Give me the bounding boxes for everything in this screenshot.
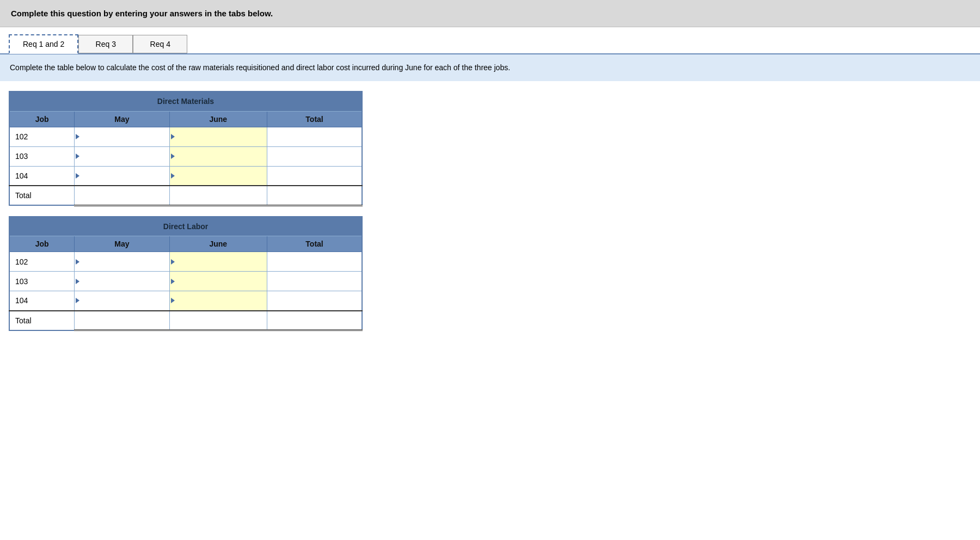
dm-may-103-cell[interactable] xyxy=(75,146,169,166)
table-row: 104 xyxy=(9,291,362,311)
dl-june-102-cell[interactable] xyxy=(169,252,267,272)
dm-may-102-input[interactable] xyxy=(75,127,169,146)
header-bar: Complete this question by entering your … xyxy=(0,0,980,27)
dl-col-june: June xyxy=(169,236,267,252)
dm-june-103-cell[interactable] xyxy=(169,146,267,166)
dl-may-total-input[interactable] xyxy=(75,311,169,330)
dm-total-103-cell[interactable] xyxy=(267,146,362,166)
dl-total-104-cell[interactable] xyxy=(267,291,362,311)
direct-labor-header: Direct Labor xyxy=(9,217,362,236)
direct-labor-table: Direct Labor Job May June Total 102 xyxy=(9,216,363,332)
dl-may-102-input[interactable] xyxy=(75,252,169,271)
tables-container: Direct Materials Job May June Total 102 xyxy=(0,81,980,351)
dm-total-104-input[interactable] xyxy=(267,167,362,186)
table-row: 103 xyxy=(9,146,362,166)
dl-total-103-cell[interactable] xyxy=(267,272,362,291)
dl-june-104-input[interactable] xyxy=(170,291,267,310)
dm-may-total-input[interactable] xyxy=(75,186,169,205)
dm-total-102-input[interactable] xyxy=(267,127,362,146)
dm-may-102-cell[interactable] xyxy=(75,127,169,146)
table-row: 102 xyxy=(9,252,362,272)
dl-june-102-input[interactable] xyxy=(170,252,267,271)
tab-req4[interactable]: Req 4 xyxy=(133,35,187,53)
dl-total-102-cell[interactable] xyxy=(267,252,362,272)
dm-total-103-input[interactable] xyxy=(267,147,362,166)
dl-june-103-cell[interactable] xyxy=(169,272,267,291)
dl-job-total: Total xyxy=(9,311,75,330)
dm-col-may: May xyxy=(75,111,169,127)
dl-total-total-cell[interactable] xyxy=(267,311,362,330)
instruction-text: Complete this question by entering your … xyxy=(11,9,273,18)
dl-col-may: May xyxy=(75,236,169,252)
dl-total-total-input[interactable] xyxy=(267,311,362,330)
dm-job-103: 103 xyxy=(9,146,75,166)
dl-june-103-input[interactable] xyxy=(170,272,267,291)
dl-june-total-cell[interactable] xyxy=(169,311,267,330)
dl-col-total: Total xyxy=(267,236,362,252)
table-row-total: Total xyxy=(9,311,362,330)
tab-req3[interactable]: Req 3 xyxy=(78,35,133,53)
table-row-total: Total xyxy=(9,186,362,205)
dm-total-total-input[interactable] xyxy=(267,186,362,205)
dm-may-104-cell[interactable] xyxy=(75,166,169,186)
tabs-area: Req 1 and 2 Req 3 Req 4 xyxy=(0,27,980,54)
dm-june-total-input[interactable] xyxy=(170,186,267,205)
table-row: 102 xyxy=(9,127,362,146)
dl-may-104-cell[interactable] xyxy=(75,291,169,311)
dl-june-104-cell[interactable] xyxy=(169,291,267,311)
dl-total-103-input[interactable] xyxy=(267,272,362,291)
direct-materials-header: Direct Materials xyxy=(9,91,362,111)
dm-col-june: June xyxy=(169,111,267,127)
dm-col-total: Total xyxy=(267,111,362,127)
dl-may-103-input[interactable] xyxy=(75,272,169,291)
tab-req1and2[interactable]: Req 1 and 2 xyxy=(9,34,78,54)
dm-june-104-cell[interactable] xyxy=(169,166,267,186)
dl-job-104: 104 xyxy=(9,291,75,311)
description-area: Complete the table below to calculate th… xyxy=(0,54,980,81)
table-row: 104 xyxy=(9,166,362,186)
dm-job-104: 104 xyxy=(9,166,75,186)
dl-may-102-cell[interactable] xyxy=(75,252,169,272)
direct-materials-table: Direct Materials Job May June Total 102 xyxy=(9,91,363,206)
dm-total-102-cell[interactable] xyxy=(267,127,362,146)
dl-total-104-input[interactable] xyxy=(267,291,362,310)
dm-june-103-input[interactable] xyxy=(170,147,267,166)
dm-total-104-cell[interactable] xyxy=(267,166,362,186)
dm-col-job: Job xyxy=(9,111,75,127)
dm-job-102: 102 xyxy=(9,127,75,146)
dl-may-104-input[interactable] xyxy=(75,291,169,310)
dl-col-job: Job xyxy=(9,236,75,252)
dm-may-total-cell[interactable] xyxy=(75,186,169,205)
table-row: 103 xyxy=(9,272,362,291)
dl-may-103-cell[interactable] xyxy=(75,272,169,291)
dm-june-104-input[interactable] xyxy=(170,167,267,186)
dl-may-total-cell[interactable] xyxy=(75,311,169,330)
dl-job-103: 103 xyxy=(9,272,75,291)
dl-total-102-input[interactable] xyxy=(267,252,362,271)
dm-june-102-cell[interactable] xyxy=(169,127,267,146)
dm-may-104-input[interactable] xyxy=(75,167,169,186)
dm-may-103-input[interactable] xyxy=(75,147,169,166)
dl-job-102: 102 xyxy=(9,252,75,272)
dm-job-total: Total xyxy=(9,186,75,205)
dl-june-total-input[interactable] xyxy=(170,311,267,330)
dm-total-total-cell[interactable] xyxy=(267,186,362,205)
dm-june-total-cell[interactable] xyxy=(169,186,267,205)
dm-june-102-input[interactable] xyxy=(170,127,267,146)
